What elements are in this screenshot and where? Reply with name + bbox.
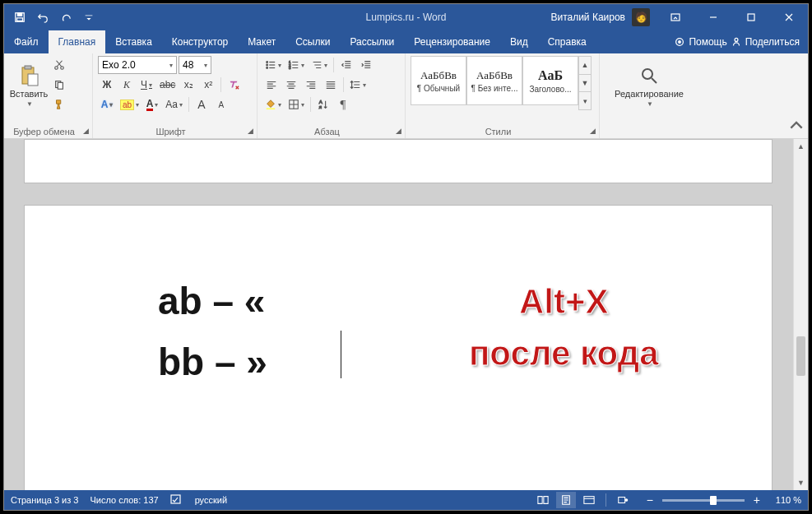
- tell-me-button[interactable]: Помощь: [674, 36, 726, 48]
- tab-file[interactable]: Файл: [4, 30, 49, 53]
- align-left-button[interactable]: [262, 76, 281, 94]
- underline-button[interactable]: Ч▾: [137, 76, 155, 94]
- font-name-combo[interactable]: Exo 2.0▾: [98, 56, 177, 74]
- status-spellcheck-icon[interactable]: [170, 494, 183, 506]
- maximize-icon[interactable]: [732, 4, 770, 30]
- gallery-up-icon[interactable]: ▲: [579, 57, 591, 75]
- minimize-icon[interactable]: [694, 4, 732, 30]
- svg-point-12: [61, 67, 64, 70]
- align-center-button[interactable]: [282, 76, 300, 94]
- tab-layout[interactable]: Макет: [238, 30, 285, 53]
- gallery-more-icon[interactable]: ▾: [579, 92, 591, 109]
- scroll-up-icon[interactable]: ▲: [794, 139, 808, 154]
- overlay-line-2: после кода: [469, 327, 659, 379]
- share-button[interactable]: Поделиться: [731, 36, 800, 48]
- style-heading1[interactable]: АаБ Заголово...: [522, 56, 578, 105]
- save-icon[interactable]: [11, 8, 29, 26]
- account-avatar[interactable]: 🧑: [632, 8, 650, 26]
- svg-rect-1: [17, 13, 21, 16]
- doc-line-1: ab – «: [158, 271, 267, 332]
- font-launcher-icon[interactable]: ◢: [245, 126, 255, 136]
- group-font-label: Шрифт: [93, 127, 248, 137]
- font-color-button[interactable]: A▾: [143, 95, 161, 113]
- text-effects-button[interactable]: A▾: [98, 95, 116, 113]
- ribbon-display-options-icon[interactable]: [657, 4, 694, 30]
- paragraph-launcher-icon[interactable]: ◢: [393, 126, 403, 136]
- format-painter-icon[interactable]: [50, 95, 68, 113]
- font-size-combo[interactable]: 48▾: [179, 56, 211, 74]
- style-normal[interactable]: АаБбВв ¶ Обычный: [411, 56, 466, 105]
- align-right-button[interactable]: [302, 76, 320, 94]
- show-marks-button[interactable]: ¶: [334, 95, 352, 113]
- view-print-layout-icon[interactable]: [556, 492, 576, 508]
- styles-launcher-icon[interactable]: ◢: [587, 126, 597, 136]
- scroll-thumb[interactable]: [796, 336, 805, 376]
- paste-button[interactable]: Вставить ▼: [9, 56, 49, 115]
- scroll-down-icon[interactable]: ▼: [794, 475, 808, 490]
- document-page[interactable]: ab – « bb – » Alt+X после кода: [24, 205, 773, 490]
- clear-formatting-icon[interactable]: [225, 76, 243, 94]
- redo-icon[interactable]: [57, 8, 75, 26]
- svg-rect-21: [267, 108, 276, 109]
- copy-icon[interactable]: [50, 76, 68, 94]
- status-language[interactable]: русский: [195, 495, 227, 505]
- sort-button[interactable]: Aя: [314, 95, 332, 113]
- bold-button[interactable]: Ж: [98, 76, 116, 94]
- tab-references[interactable]: Ссылки: [285, 30, 340, 53]
- view-web-layout-icon[interactable]: [579, 492, 599, 508]
- view-read-mode-icon[interactable]: [533, 492, 553, 508]
- svg-point-16: [267, 64, 268, 66]
- collapse-ribbon-icon[interactable]: [788, 118, 805, 135]
- vertical-scrollbar[interactable]: ▲ ▼: [793, 139, 808, 490]
- bullets-button[interactable]: ▾: [262, 56, 284, 74]
- change-case-button[interactable]: Aa▾: [163, 95, 185, 113]
- undo-icon[interactable]: [34, 8, 52, 26]
- highlight-button[interactable]: ab▾: [118, 95, 142, 113]
- macro-record-icon[interactable]: [613, 492, 633, 508]
- account-name[interactable]: Виталий Каиров: [545, 12, 630, 23]
- decrease-indent-button[interactable]: [337, 56, 355, 74]
- shading-button[interactable]: ▾: [262, 95, 284, 113]
- gallery-down-icon[interactable]: ▼: [579, 75, 591, 93]
- zoom-out-button[interactable]: −: [643, 493, 657, 507]
- document-text: ab – « bb – »: [158, 271, 267, 392]
- cut-icon[interactable]: [50, 56, 68, 74]
- editing-button[interactable]: Редактирование ▼: [605, 56, 694, 115]
- zoom-level[interactable]: 110 %: [776, 495, 801, 505]
- tell-me-label: Помощь: [689, 36, 726, 48]
- svg-point-25: [643, 69, 652, 79]
- superscript-button[interactable]: x²: [199, 76, 217, 94]
- numbering-button[interactable]: 123▾: [285, 56, 307, 74]
- style-no-spacing[interactable]: АаБбВв ¶ Без инте...: [466, 56, 522, 105]
- line-spacing-button[interactable]: ▾: [347, 76, 369, 94]
- tab-home[interactable]: Главная: [49, 30, 106, 53]
- increase-indent-button[interactable]: [357, 56, 375, 74]
- zoom-thumb[interactable]: [710, 496, 717, 505]
- status-word-count[interactable]: Число слов: 137: [90, 495, 158, 505]
- zoom-in-button[interactable]: +: [749, 493, 764, 507]
- tab-mailings[interactable]: Рассылки: [340, 30, 404, 53]
- clipboard-launcher-icon[interactable]: ◢: [81, 126, 90, 136]
- zoom-track[interactable]: [662, 499, 745, 502]
- close-icon[interactable]: [770, 4, 808, 30]
- qat-customize-icon[interactable]: [80, 8, 98, 26]
- title-bar-right: Виталий Каиров 🧑: [545, 4, 808, 30]
- tab-view[interactable]: Вид: [500, 30, 538, 53]
- grow-font-button[interactable]: A: [193, 95, 211, 113]
- subscript-button[interactable]: x₂: [179, 76, 197, 94]
- svg-rect-4: [748, 14, 754, 21]
- multilevel-list-button[interactable]: ▾: [309, 56, 330, 74]
- svg-point-11: [55, 67, 58, 70]
- strikethrough-button[interactable]: abc: [157, 76, 178, 94]
- tab-design[interactable]: Конструктор: [162, 30, 238, 53]
- justify-button[interactable]: [322, 76, 340, 94]
- group-font: Exo 2.0▾ 48▾ Ж К Ч▾ abc x₂ x²: [93, 53, 258, 138]
- tab-review[interactable]: Рецензирование: [404, 30, 500, 53]
- previous-page-bottom[interactable]: [24, 139, 773, 183]
- tab-insert[interactable]: Вставка: [105, 30, 162, 53]
- borders-button[interactable]: ▾: [285, 95, 307, 113]
- italic-button[interactable]: К: [118, 76, 136, 94]
- tab-help[interactable]: Справка: [538, 30, 596, 53]
- status-page[interactable]: Страница 3 из 3: [11, 495, 78, 505]
- shrink-font-button[interactable]: A: [212, 95, 230, 113]
